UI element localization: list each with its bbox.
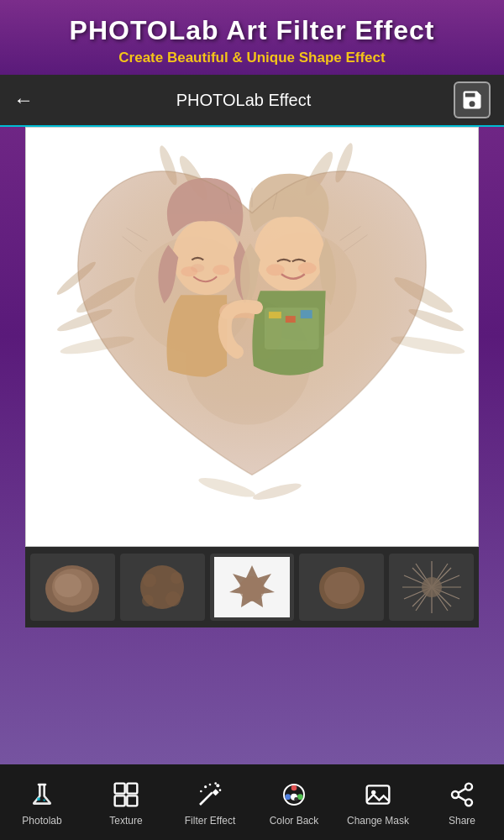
palette-icon bbox=[279, 780, 309, 810]
artwork-svg bbox=[26, 128, 478, 546]
heart-artwork bbox=[26, 128, 478, 546]
svg-point-42 bbox=[171, 572, 182, 584]
svg-point-43 bbox=[165, 591, 181, 606]
app-header: PHOTOLab Art Filter Effect Create Beauti… bbox=[0, 0, 504, 75]
back-button[interactable]: ← bbox=[13, 88, 34, 112]
svg-rect-70 bbox=[127, 784, 137, 794]
svg-line-73 bbox=[200, 792, 213, 805]
svg-line-91 bbox=[459, 789, 466, 793]
svg-rect-27 bbox=[301, 310, 312, 318]
brush-preview-2 bbox=[124, 557, 200, 617]
grid-icon bbox=[111, 780, 141, 810]
app-subtitle: Create Beautiful & Unique Shape Effect bbox=[8, 50, 496, 66]
nav-item-filter[interactable]: Filter Effect bbox=[168, 780, 252, 827]
svg-point-68 bbox=[43, 799, 45, 801]
svg-point-44 bbox=[142, 595, 154, 606]
save-button[interactable] bbox=[454, 81, 491, 118]
image-icon bbox=[363, 780, 393, 810]
svg-point-17 bbox=[172, 220, 239, 296]
flask-icon bbox=[27, 780, 57, 810]
svg-rect-25 bbox=[269, 312, 281, 318]
canvas-area bbox=[25, 127, 479, 547]
svg-point-19 bbox=[181, 266, 197, 276]
svg-line-92 bbox=[459, 796, 466, 801]
svg-point-46 bbox=[239, 576, 265, 601]
svg-point-90 bbox=[465, 799, 472, 806]
svg-rect-69 bbox=[115, 784, 125, 794]
brush-item-5[interactable] bbox=[389, 554, 474, 621]
svg-point-22 bbox=[266, 264, 285, 276]
brush-item-3[interactable] bbox=[210, 554, 295, 621]
svg-point-77 bbox=[216, 784, 219, 787]
svg-point-76 bbox=[209, 784, 212, 786]
back-arrow-icon: ← bbox=[13, 88, 34, 112]
svg-point-75 bbox=[200, 790, 202, 793]
svg-point-88 bbox=[465, 784, 472, 790]
svg-point-23 bbox=[298, 262, 317, 274]
brush-preview-5 bbox=[394, 557, 470, 617]
svg-point-81 bbox=[291, 785, 297, 791]
nav-item-texture[interactable]: Texture bbox=[84, 780, 168, 827]
svg-point-38 bbox=[55, 574, 81, 597]
nav-label-texture: Texture bbox=[109, 815, 142, 827]
svg-rect-71 bbox=[115, 795, 125, 806]
svg-point-79 bbox=[214, 782, 217, 785]
brushes-row bbox=[25, 547, 479, 627]
nav-item-share[interactable]: Share bbox=[420, 780, 504, 827]
nav-label-photolab: Photolab bbox=[22, 815, 61, 827]
svg-rect-66 bbox=[38, 784, 47, 786]
nav-label-filter: Filter Effect bbox=[185, 815, 235, 827]
svg-point-85 bbox=[294, 797, 298, 801]
nav-item-colorback[interactable]: Color Back bbox=[252, 780, 336, 827]
svg-point-21 bbox=[255, 215, 325, 292]
svg-point-74 bbox=[204, 785, 207, 788]
share-icon bbox=[447, 780, 477, 810]
bottom-nav: Photolab Texture bbox=[0, 764, 504, 840]
nav-item-photolab[interactable]: Photolab bbox=[0, 780, 84, 827]
svg-rect-26 bbox=[286, 316, 296, 323]
brush-preview-1 bbox=[34, 557, 110, 617]
svg-rect-72 bbox=[127, 795, 137, 806]
brush-item-1[interactable] bbox=[30, 554, 115, 621]
nav-label-share: Share bbox=[449, 815, 475, 827]
wand-icon bbox=[195, 780, 225, 810]
nav-item-changemask[interactable]: Change Mask bbox=[336, 780, 420, 827]
svg-point-41 bbox=[143, 574, 156, 587]
app-title: PHOTOLab Art Filter Effect bbox=[8, 15, 496, 46]
nav-label-changemask: Change Mask bbox=[347, 815, 409, 827]
svg-point-67 bbox=[37, 797, 40, 801]
svg-point-89 bbox=[452, 791, 459, 798]
nav-label-colorback: Color Back bbox=[270, 815, 319, 827]
svg-point-65 bbox=[422, 577, 442, 597]
brush-preview-4 bbox=[304, 557, 380, 617]
svg-point-20 bbox=[213, 265, 229, 275]
svg-rect-86 bbox=[367, 785, 390, 803]
brush-preview-3 bbox=[214, 557, 290, 617]
toolbar: ← PHOTOLab Effect bbox=[0, 75, 504, 127]
toolbar-title: PHOTOLab Effect bbox=[176, 91, 311, 110]
save-icon bbox=[460, 88, 484, 112]
brush-item-2[interactable] bbox=[120, 554, 205, 621]
brush-item-4[interactable] bbox=[299, 554, 384, 621]
svg-point-78 bbox=[219, 789, 222, 791]
svg-point-83 bbox=[285, 794, 291, 800]
